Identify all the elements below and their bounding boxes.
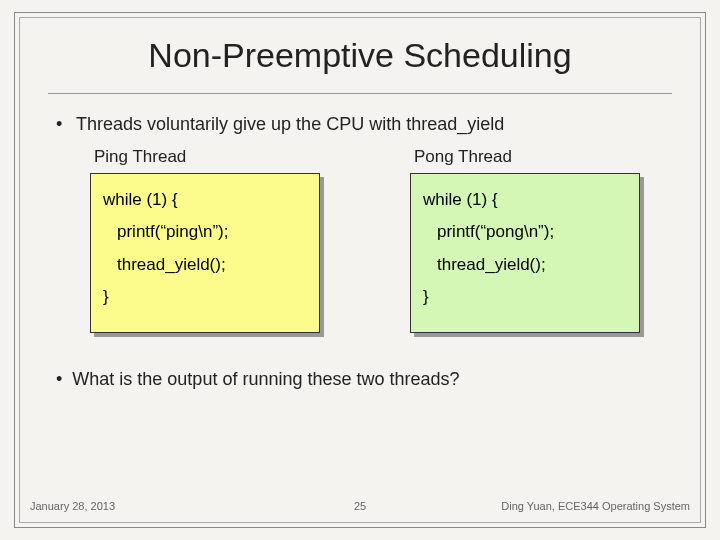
slide-footer: January 28, 2013 25 Ding Yuan, ECE344 Op… <box>30 500 690 512</box>
ping-line3: thread_yield(); <box>103 249 307 281</box>
pong-line2: printf(“pong\n”); <box>423 216 627 248</box>
bullet-dot-2: • <box>56 369 72 389</box>
code-columns: Ping Thread while (1) { printf(“ping\n”)… <box>90 147 700 333</box>
pong-column: Pong Thread while (1) { printf(“pong\n”)… <box>410 147 650 333</box>
bullet-intro: •Threads voluntarily give up the CPU wit… <box>56 114 700 135</box>
outer-frame: Non-Preemptive Scheduling •Threads volun… <box>14 12 706 528</box>
ping-codebox: while (1) { printf(“ping\n”); thread_yie… <box>90 173 320 333</box>
ping-line1: while (1) { <box>103 184 307 216</box>
ping-line4: } <box>103 281 307 313</box>
ping-label: Ping Thread <box>94 147 330 167</box>
ping-line2: printf(“ping\n”); <box>103 216 307 248</box>
footer-author: Ding Yuan, ECE344 Operating System <box>501 500 690 512</box>
bullet-question-text: What is the output of running these two … <box>72 369 459 389</box>
footer-date: January 28, 2013 <box>30 500 115 512</box>
pong-line3: thread_yield(); <box>423 249 627 281</box>
slide-title: Non-Preemptive Scheduling <box>20 18 700 75</box>
bullet-question: • What is the output of running these tw… <box>56 369 700 390</box>
pong-label: Pong Thread <box>414 147 650 167</box>
footer-page-number: 25 <box>354 500 366 512</box>
bullet-intro-text: Threads voluntarily give up the CPU with… <box>76 114 504 134</box>
pong-line4: } <box>423 281 627 313</box>
title-divider <box>48 93 672 94</box>
inner-frame: Non-Preemptive Scheduling •Threads volun… <box>19 17 701 523</box>
ping-column: Ping Thread while (1) { printf(“ping\n”)… <box>90 147 330 333</box>
pong-codebox: while (1) { printf(“pong\n”); thread_yie… <box>410 173 640 333</box>
pong-line1: while (1) { <box>423 184 627 216</box>
bullet-dot: • <box>56 114 76 135</box>
